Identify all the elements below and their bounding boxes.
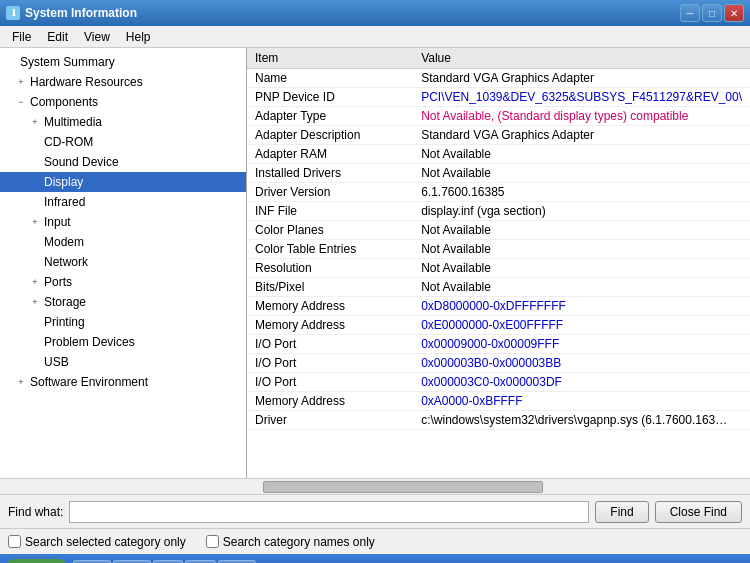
col-header-value: Value — [413, 48, 750, 69]
title-bar: ℹ System Information ─ □ ✕ — [0, 0, 750, 26]
app-icon: ℹ — [6, 6, 20, 20]
tree-item-input[interactable]: + Input — [0, 212, 246, 232]
table-row: Memory Address0xE0000000-0xE00FFFFF — [247, 316, 750, 335]
tree-item-storage[interactable]: + Storage — [0, 292, 246, 312]
find-button[interactable]: Find — [595, 501, 648, 523]
tree-item-network[interactable]: Network — [0, 252, 246, 272]
expander-infrared — [28, 195, 42, 209]
table-cell-item: Name — [247, 69, 413, 88]
search-category-names-checkbox[interactable] — [206, 535, 219, 548]
search-category-names-option[interactable]: Search category names only — [206, 535, 375, 549]
minimize-button[interactable]: ─ — [680, 4, 700, 22]
close-find-button[interactable]: Close Find — [655, 501, 742, 523]
taskbar-left: ⊞ Start 🌐 📁 ▶ ✉ 🔷 — [4, 559, 256, 563]
tree-label-infrared: Infrared — [42, 195, 85, 209]
tree-item-problem-devices[interactable]: Problem Devices — [0, 332, 246, 352]
expander-multimedia: + — [28, 115, 42, 129]
table-cell-value: 0xA0000-0xBFFFF — [413, 392, 750, 411]
tree-label-ports: Ports — [42, 275, 72, 289]
table-cell-item: Memory Address — [247, 297, 413, 316]
table-cell-item: I/O Port — [247, 373, 413, 392]
menu-help[interactable]: Help — [118, 28, 159, 46]
tree-item-ports[interactable]: + Ports — [0, 272, 246, 292]
main-content: System Summary + Hardware Resources − Co… — [0, 48, 750, 478]
table-cell-item: I/O Port — [247, 335, 413, 354]
expander-ports: + — [28, 275, 42, 289]
tree-item-sound-device[interactable]: Sound Device — [0, 152, 246, 172]
search-selected-category-option[interactable]: Search selected category only — [8, 535, 186, 549]
table-cell-item: Memory Address — [247, 392, 413, 411]
table-cell-item: Memory Address — [247, 316, 413, 335]
expander-printing — [28, 315, 42, 329]
table-cell-value: Not Available — [413, 278, 750, 297]
table-cell-item: Color Table Entries — [247, 240, 413, 259]
table-cell-value: Not Available — [413, 221, 750, 240]
start-button[interactable]: ⊞ Start — [4, 559, 69, 563]
tree-item-multimedia[interactable]: + Multimedia — [0, 112, 246, 132]
hscroll-thumb[interactable] — [263, 481, 543, 493]
search-selected-category-checkbox[interactable] — [8, 535, 21, 548]
expander-input: + — [28, 215, 42, 229]
menu-view[interactable]: View — [76, 28, 118, 46]
expander-problem-devices — [28, 335, 42, 349]
menu-edit[interactable]: Edit — [39, 28, 76, 46]
menu-bar: File Edit View Help — [0, 26, 750, 48]
table-cell-value: Standard VGA Graphics Adapter — [413, 69, 750, 88]
table-cell-value: 0x00009000-0x00009FFF — [413, 335, 750, 354]
tree-item-hardware-resources[interactable]: + Hardware Resources — [0, 72, 246, 92]
table-row: INF Filedisplay.inf (vga section) — [247, 202, 750, 221]
tree-label-network: Network — [42, 255, 88, 269]
table-row: Bits/PixelNot Available — [247, 278, 750, 297]
table-cell-item: Color Planes — [247, 221, 413, 240]
table-cell-item: Resolution — [247, 259, 413, 278]
table-row: I/O Port0x00009000-0x00009FFF — [247, 335, 750, 354]
table-cell-value: display.inf (vga section) — [413, 202, 750, 221]
tree-item-display[interactable]: Display — [0, 172, 246, 192]
tree-item-system-summary[interactable]: System Summary — [0, 52, 246, 72]
tree-label-multimedia: Multimedia — [42, 115, 102, 129]
table-cell-item: Adapter Description — [247, 126, 413, 145]
tree-item-software-environment[interactable]: + Software Environment — [0, 372, 246, 392]
table-cell-item: Bits/Pixel — [247, 278, 413, 297]
table-cell-value: Not Available — [413, 240, 750, 259]
tree-pane[interactable]: System Summary + Hardware Resources − Co… — [0, 48, 247, 478]
expander-components: − — [14, 95, 28, 109]
table-cell-value: c:\windows\system32\drivers\vgapnp.sys (… — [413, 411, 750, 430]
table-cell-item: INF File — [247, 202, 413, 221]
table-cell-value: 0xD8000000-0xDFFFFFFF — [413, 297, 750, 316]
close-button[interactable]: ✕ — [724, 4, 744, 22]
tree-item-printing[interactable]: Printing — [0, 312, 246, 332]
find-input[interactable] — [69, 501, 589, 523]
table-cell-value: Not Available — [413, 145, 750, 164]
tree-label-system-summary: System Summary — [18, 55, 115, 69]
table-row: Memory Address0xD8000000-0xDFFFFFFF — [247, 297, 750, 316]
find-bar: Find what: Find Close Find — [0, 494, 750, 528]
table-cell-value: 0x000003C0-0x000003DF — [413, 373, 750, 392]
tree-label-cd-rom: CD-ROM — [42, 135, 93, 149]
expander-storage: + — [28, 295, 42, 309]
menu-file[interactable]: File — [4, 28, 39, 46]
table-row: I/O Port0x000003C0-0x000003DF — [247, 373, 750, 392]
detail-table: Item Value NameStandard VGA Graphics Ada… — [247, 48, 750, 430]
search-options: Search selected category only Search cat… — [0, 528, 750, 554]
maximize-button[interactable]: □ — [702, 4, 722, 22]
tree-item-cd-rom[interactable]: CD-ROM — [0, 132, 246, 152]
find-label: Find what: — [8, 505, 63, 519]
table-cell-item: I/O Port — [247, 354, 413, 373]
tree-label-components: Components — [28, 95, 98, 109]
hscroll-bar[interactable] — [0, 478, 750, 494]
table-row: PNP Device IDPCI\VEN_1039&DEV_6325&SUBSY… — [247, 88, 750, 107]
expander-software-environment: + — [14, 375, 28, 389]
tree-label-usb: USB — [42, 355, 69, 369]
table-row: Adapter RAMNot Available — [247, 145, 750, 164]
tree-item-modem[interactable]: Modem — [0, 232, 246, 252]
tree-item-components[interactable]: − Components — [0, 92, 246, 112]
table-row: Memory Address0xA0000-0xBFFFF — [247, 392, 750, 411]
tree-item-usb[interactable]: USB — [0, 352, 246, 372]
expander-hardware-resources: + — [14, 75, 28, 89]
detail-pane[interactable]: Item Value NameStandard VGA Graphics Ada… — [247, 48, 750, 478]
tree-item-infrared[interactable]: Infrared — [0, 192, 246, 212]
tree-label-hardware-resources: Hardware Resources — [28, 75, 143, 89]
table-row: Color Table EntriesNot Available — [247, 240, 750, 259]
table-cell-value: Not Available — [413, 259, 750, 278]
